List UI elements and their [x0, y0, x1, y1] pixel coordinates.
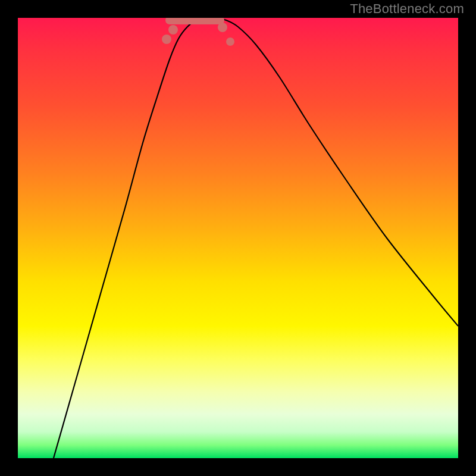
valley-point-4 — [226, 37, 234, 46]
chart-plot-area — [18, 18, 458, 458]
bottleneck-curve — [54, 18, 458, 458]
valley-point-3 — [218, 23, 227, 32]
valley-point-2 — [168, 25, 178, 35]
valley-markers — [162, 20, 234, 46]
valley-point-1 — [162, 35, 171, 44]
chart-svg — [18, 18, 458, 458]
watermark-text: TheBottleneck.com — [350, 1, 464, 17]
chart-frame: TheBottleneck.com — [0, 0, 476, 476]
